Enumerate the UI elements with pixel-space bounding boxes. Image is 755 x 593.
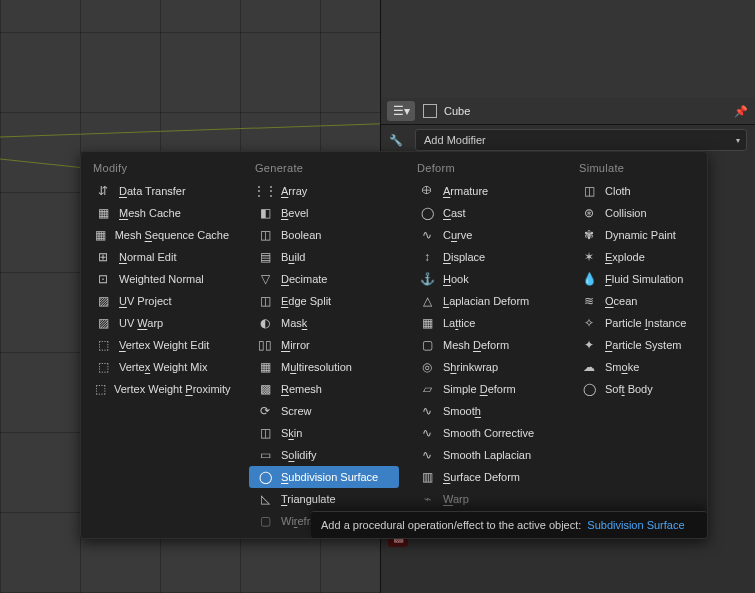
menu-item-explode[interactable]: ✶Explode xyxy=(573,246,708,268)
menu-item-vertex-weight-mix[interactable]: ⬚Vertex Weight Mix xyxy=(87,356,237,378)
bevel-icon: ◧ xyxy=(257,205,273,221)
menu-item-normal-edit[interactable]: ⊞Normal Edit xyxy=(87,246,237,268)
wireframe-icon: ▢ xyxy=(257,513,273,529)
menu-item-cast[interactable]: ◯Cast xyxy=(411,202,561,224)
menu-item-label: Explode xyxy=(605,251,645,263)
normal-edit-icon: ⊞ xyxy=(95,249,111,265)
menu-item-label: Solidify xyxy=(281,449,316,461)
menu-item-simple-deform[interactable]: ▱Simple Deform xyxy=(411,378,561,400)
cloth-icon: ◫ xyxy=(581,183,597,199)
menu-item-label: Normal Edit xyxy=(119,251,176,263)
menu-item-weighted-normal[interactable]: ⊡Weighted Normal xyxy=(87,268,237,290)
menu-item-triangulate[interactable]: ◺Triangulate xyxy=(249,488,399,510)
menu-item-label: Particle Instance xyxy=(605,317,686,329)
menu-item-label: Simple Deform xyxy=(443,383,516,395)
menu-item-label: Displace xyxy=(443,251,485,263)
lattice-icon: ▦ xyxy=(419,315,435,331)
menu-item-label: Smooth xyxy=(443,405,481,417)
triangulate-icon: ◺ xyxy=(257,491,273,507)
column-title: Generate xyxy=(249,158,399,180)
menu-item-particle-system[interactable]: ✦Particle System xyxy=(573,334,708,356)
menu-item-label: Subdivision Surface xyxy=(281,471,378,483)
menu-item-data-transfer[interactable]: ⇵Data Transfer xyxy=(87,180,237,202)
curve-icon: ∿ xyxy=(419,227,435,243)
editor-type-button[interactable]: ☰▾ xyxy=(387,101,415,121)
menu-item-label: Vertex Weight Edit xyxy=(119,339,209,351)
smoke-icon: ☁ xyxy=(581,359,597,375)
object-chip[interactable]: Cube xyxy=(423,104,470,118)
menu-item-mesh-deform[interactable]: ▢Mesh Deform xyxy=(411,334,561,356)
menu-item-edge-split[interactable]: ◫Edge Split xyxy=(249,290,399,312)
armature-icon: 𐀏 xyxy=(419,183,435,199)
menu-item-smooth[interactable]: ∿Smooth xyxy=(411,400,561,422)
menu-item-vertex-weight-edit[interactable]: ⬚Vertex Weight Edit xyxy=(87,334,237,356)
menu-item-decimate[interactable]: ▽Decimate xyxy=(249,268,399,290)
menu-item-solidify[interactable]: ▭Solidify xyxy=(249,444,399,466)
menu-item-armature[interactable]: 𐀏Armature xyxy=(411,180,561,202)
menu-item-label: Smoke xyxy=(605,361,639,373)
menu-item-displace[interactable]: ↕Displace xyxy=(411,246,561,268)
menu-item-label: Vertex Weight Proximity xyxy=(114,383,231,395)
menu-item-surface-deform[interactable]: ▥Surface Deform xyxy=(411,466,561,488)
pin-icon[interactable]: 📌 xyxy=(733,103,749,119)
menu-item-smoke[interactable]: ☁Smoke xyxy=(573,356,708,378)
menu-item-skin[interactable]: ◫Skin xyxy=(249,422,399,444)
menu-item-mirror[interactable]: ▯▯Mirror xyxy=(249,334,399,356)
menu-item-mask[interactable]: ◐Mask xyxy=(249,312,399,334)
menu-item-label: Bevel xyxy=(281,207,309,219)
add-modifier-dropdown[interactable]: Add Modifier xyxy=(415,129,747,151)
menu-item-hook[interactable]: ⚓Hook xyxy=(411,268,561,290)
mesh-seq-cache-icon: ▦ xyxy=(95,227,107,243)
mesh-cache-icon: ▦ xyxy=(95,205,111,221)
vtx-weight-edit-icon: ⬚ xyxy=(95,337,111,353)
menu-item-label: Mirror xyxy=(281,339,310,351)
menu-item-array[interactable]: ⋮⋮Array xyxy=(249,180,399,202)
menu-item-label: Multiresolution xyxy=(281,361,352,373)
menu-item-cloth[interactable]: ◫Cloth xyxy=(573,180,708,202)
menu-item-particle-instance[interactable]: ✧Particle Instance xyxy=(573,312,708,334)
edge-split-icon: ◫ xyxy=(257,293,273,309)
menu-item-curve[interactable]: ∿Curve xyxy=(411,224,561,246)
menu-item-uv-project[interactable]: ▨UV Project xyxy=(87,290,237,312)
surface-deform-icon: ▥ xyxy=(419,469,435,485)
menu-item-smooth-corrective[interactable]: ∿Smooth Corrective xyxy=(411,422,561,444)
menu-item-laplacian-deform[interactable]: △Laplacian Deform xyxy=(411,290,561,312)
menu-item-label: Hook xyxy=(443,273,469,285)
modifier-context-row: 🔧 Add Modifier xyxy=(381,126,755,154)
uv-warp-icon: ▨ xyxy=(95,315,111,331)
menu-item-uv-warp[interactable]: ▨UV Warp xyxy=(87,312,237,334)
menu-item-smooth-laplacian[interactable]: ∿Smooth Laplacian xyxy=(411,444,561,466)
menu-item-mesh-cache[interactable]: ▦Mesh Cache xyxy=(87,202,237,224)
menu-item-vertex-weight-proximity[interactable]: ⬚Vertex Weight Proximity xyxy=(87,378,237,400)
menu-item-boolean[interactable]: ◫Boolean xyxy=(249,224,399,246)
menu-item-dynamic-paint[interactable]: ✾Dynamic Paint xyxy=(573,224,708,246)
column-title: Modify xyxy=(87,158,237,180)
menu-item-lattice[interactable]: ▦Lattice xyxy=(411,312,561,334)
mask-icon: ◐ xyxy=(257,315,273,331)
menu-item-label: Smooth Corrective xyxy=(443,427,534,439)
menu-item-label: Warp xyxy=(443,493,469,505)
menu-item-label: Boolean xyxy=(281,229,321,241)
simple-deform-icon: ▱ xyxy=(419,381,435,397)
menu-item-bevel[interactable]: ◧Bevel xyxy=(249,202,399,224)
menu-item-multiresolution[interactable]: ▦Multiresolution xyxy=(249,356,399,378)
menu-item-shrinkwrap[interactable]: ◎Shrinkwrap xyxy=(411,356,561,378)
menu-item-label: Vertex Weight Mix xyxy=(119,361,207,373)
context-wrench-icon[interactable]: 🔧 xyxy=(381,126,411,154)
menu-item-label: Lattice xyxy=(443,317,475,329)
tooltip-link: Subdivision Surface xyxy=(587,519,684,531)
skin-icon: ◫ xyxy=(257,425,273,441)
menu-item-remesh[interactable]: ▩Remesh xyxy=(249,378,399,400)
menu-item-warp[interactable]: ⌁Warp xyxy=(411,488,561,510)
menu-item-fluid-simulation[interactable]: 💧Fluid Simulation xyxy=(573,268,708,290)
menu-item-label: Surface Deform xyxy=(443,471,520,483)
menu-item-screw[interactable]: ⟳Screw xyxy=(249,400,399,422)
menu-item-mesh-sequence-cache[interactable]: ▦Mesh Sequence Cache xyxy=(87,224,237,246)
menu-item-subdivision-surface[interactable]: ◯Subdivision Surface xyxy=(249,466,399,488)
displace-icon: ↕ xyxy=(419,249,435,265)
object-cube-icon xyxy=(423,104,437,118)
menu-item-ocean[interactable]: ≋Ocean xyxy=(573,290,708,312)
menu-item-collision[interactable]: ⊛Collision xyxy=(573,202,708,224)
menu-item-build[interactable]: ▤Build xyxy=(249,246,399,268)
menu-item-soft-body[interactable]: ◯Soft Body xyxy=(573,378,708,400)
